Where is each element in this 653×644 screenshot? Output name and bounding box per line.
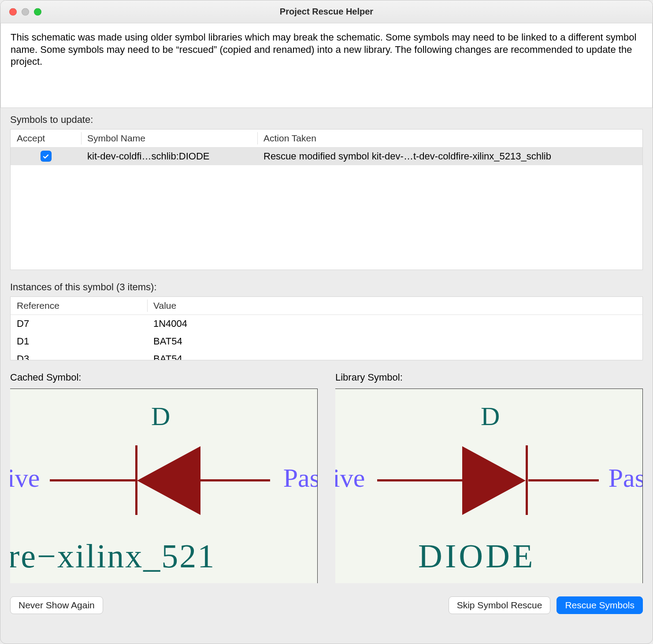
column-header-accept[interactable]: Accept — [11, 130, 81, 147]
rescue-symbols-button[interactable]: Rescue Symbols — [557, 596, 643, 614]
cached-symbol-label: Cached Symbol: — [10, 372, 318, 383]
table-row[interactable]: D1 BAT54 — [11, 333, 642, 350]
value-cell: BAT54 — [147, 334, 642, 349]
designator-label: D — [481, 401, 500, 432]
window-controls — [9, 8, 41, 15]
cached-symbol-preview[interactable]: D ive Pas re−xilinx_521 — [10, 389, 318, 583]
value-cell: 1N4004 — [147, 316, 642, 331]
pin-label-left: ive — [335, 463, 365, 493]
column-header-symbol-name[interactable]: Symbol Name — [81, 130, 257, 147]
column-header-reference[interactable]: Reference — [11, 297, 147, 315]
skip-symbol-rescue-button[interactable]: Skip Symbol Rescue — [449, 596, 551, 614]
pin-label-right: Pas — [283, 463, 318, 493]
column-header-action-taken[interactable]: Action Taken — [257, 130, 642, 147]
value-cell: BAT54 — [147, 352, 642, 360]
symbol-name-cell: kit-dev-coldfi…schlib:DIODE — [81, 149, 257, 164]
table-row[interactable]: kit-dev-coldfi…schlib:DIODE Rescue modif… — [11, 148, 642, 165]
instances-label: Instances of this symbol (3 items): — [10, 281, 643, 293]
pin-label-left: ive — [10, 463, 40, 493]
zoom-icon[interactable] — [34, 8, 41, 15]
titlebar: Project Rescue Helper — [0, 0, 653, 23]
designator-label: D — [151, 401, 170, 432]
pin-label-right: Pas — [608, 463, 643, 493]
reference-cell: D3 — [11, 352, 147, 360]
column-header-value[interactable]: Value — [147, 297, 642, 315]
intro-text: This schematic was made using older symb… — [0, 23, 653, 108]
close-icon[interactable] — [9, 8, 17, 15]
table-row[interactable]: D7 1N4004 — [11, 315, 642, 333]
symbol-name-label: re−xilinx_521 — [10, 537, 215, 575]
reference-cell: D1 — [11, 334, 147, 349]
library-symbol-preview[interactable]: D ive Pas DIODE — [335, 389, 643, 583]
never-show-again-button[interactable]: Never Show Again — [10, 596, 103, 614]
symbols-to-update-label: Symbols to update: — [10, 114, 643, 126]
reference-cell: D7 — [11, 316, 147, 331]
accept-checkbox[interactable] — [41, 151, 52, 162]
action-taken-cell: Rescue modified symbol kit-dev-…t-dev-co… — [257, 149, 642, 164]
instances-table: Reference Value D7 1N4004 D1 BAT54 D3 BA… — [10, 296, 643, 360]
table-row[interactable]: D3 BAT54 — [11, 350, 642, 360]
symbols-table: Accept Symbol Name Action Taken kit-dev-… — [10, 129, 643, 270]
minimize-icon[interactable] — [22, 8, 29, 15]
symbol-name-label: DIODE — [418, 537, 535, 575]
window-title: Project Rescue Helper — [9, 7, 644, 17]
library-symbol-label: Library Symbol: — [335, 372, 643, 383]
